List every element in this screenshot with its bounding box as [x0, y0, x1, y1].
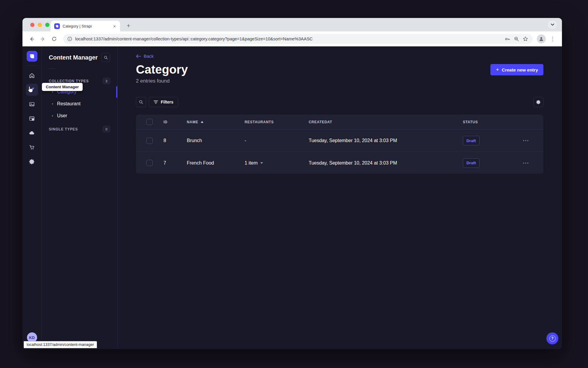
table-settings-button[interactable]	[533, 97, 543, 107]
bullet-icon: •	[52, 102, 53, 106]
browser-window: Category | Strapi × + localhost:1337/adm…	[22, 18, 562, 349]
subnav-item-restaurant[interactable]: • Restaurant	[49, 98, 110, 110]
tab-close-icon[interactable]: ×	[112, 23, 117, 29]
forward-button[interactable]	[38, 34, 48, 44]
active-item-indicator	[116, 86, 117, 98]
more-horizontal-icon	[523, 140, 528, 141]
select-all-checkbox[interactable]	[146, 119, 153, 125]
home-icon	[29, 72, 35, 79]
url-bar[interactable]: localhost:1337/admin/content-manager/col…	[63, 34, 533, 44]
new-tab-button[interactable]: +	[124, 22, 133, 29]
nav-deploy-button[interactable]	[26, 127, 38, 139]
collection-types-list: • Category • Restaurant • User	[49, 86, 110, 122]
images-icon	[29, 101, 35, 107]
cell-restaurants: -	[245, 138, 309, 143]
browser-tab[interactable]: Category | Strapi ×	[51, 21, 120, 31]
entries-table: ID NAME RESTAURANTS CREATEDAT STATUS 8 B…	[136, 115, 543, 174]
nav-settings-button[interactable]	[26, 156, 38, 168]
cloud-icon	[29, 130, 35, 136]
column-header-createdat: CREATEDAT	[309, 120, 463, 124]
column-header-id[interactable]: ID	[163, 120, 187, 124]
cell-createdat: Tuesday, September 10, 2024 at 3:03 PM	[309, 138, 463, 143]
page-title: Category	[136, 63, 188, 76]
strapi-logo[interactable]	[27, 51, 37, 62]
strapi-app: KD Content Manager COLLECTION TYPES 3 • …	[22, 46, 562, 349]
browser-profile-button[interactable]	[537, 34, 546, 43]
main-content: Back Category 2 entries found + Create n…	[118, 46, 562, 349]
search-icon	[139, 100, 143, 104]
more-horizontal-icon	[523, 162, 528, 164]
browser-toolbar: localhost:1337/admin/content-manager/col…	[22, 31, 562, 46]
table-row[interactable]: 8 Brunch - Tuesday, September 10, 2024 a…	[136, 130, 543, 152]
gear-icon	[29, 159, 35, 165]
status-badge: Draft	[463, 136, 480, 145]
subnav-search-button[interactable]	[101, 53, 110, 62]
nav-marketplace-button[interactable]	[26, 141, 38, 153]
strapi-favicon-icon	[54, 23, 60, 29]
cell-restaurants-dropdown[interactable]: 1 item	[245, 160, 309, 166]
content-manager-subnav: Content Manager COLLECTION TYPES 3 • Cat…	[42, 46, 118, 349]
zoom-window-button[interactable]	[45, 23, 49, 27]
cell-id: 8	[163, 138, 187, 143]
cell-createdat: Tuesday, September 10, 2024 at 3:03 PM	[309, 160, 463, 166]
single-types-label: SINGLE TYPES	[49, 127, 78, 131]
layout-icon	[29, 115, 35, 122]
reload-button[interactable]	[49, 34, 59, 44]
subnav-item-user[interactable]: • User	[49, 110, 110, 122]
column-header-name[interactable]: NAME	[187, 120, 245, 124]
subnav-divider	[49, 69, 56, 69]
nav-media-library-button[interactable]	[26, 98, 38, 110]
help-button[interactable]: ?	[546, 332, 558, 344]
rail-divider	[27, 66, 37, 66]
filters-button[interactable]: Filters	[149, 97, 178, 107]
column-header-restaurants: RESTAURANTS	[245, 120, 309, 124]
minimize-window-button[interactable]	[38, 23, 42, 27]
cell-name: French Food	[187, 160, 245, 166]
collection-types-label: COLLECTION TYPES	[49, 79, 89, 83]
window-controls	[30, 23, 49, 27]
subnav-title: Content Manager	[49, 54, 98, 61]
row-checkbox[interactable]	[146, 138, 153, 144]
sort-ascending-icon	[201, 121, 204, 123]
link-preview-status-bar: localhost:1337/admin/content-manager	[24, 341, 97, 348]
tab-title: Category | Strapi	[63, 24, 109, 28]
row-checkbox[interactable]	[146, 160, 153, 166]
search-icon	[104, 55, 108, 60]
tab-strip: Category | Strapi × +	[22, 18, 562, 31]
browser-menu-button[interactable]: ⋮	[548, 36, 558, 42]
row-actions-button[interactable]	[523, 162, 528, 164]
collection-types-count-badge: 3	[103, 78, 110, 84]
row-actions-button[interactable]	[523, 140, 528, 141]
nav-content-type-builder-button[interactable]	[26, 112, 38, 124]
password-key-icon[interactable]	[504, 36, 510, 42]
tab-search-button[interactable]	[548, 21, 557, 29]
close-window-button[interactable]	[30, 23, 34, 27]
cursor-pointer-icon	[27, 86, 34, 93]
bullet-icon: •	[52, 114, 53, 118]
plus-icon: +	[496, 67, 499, 72]
create-new-entry-button[interactable]: + Create new entry	[490, 64, 543, 75]
entries-count: 2 entries found	[136, 78, 188, 84]
nav-home-button[interactable]	[26, 69, 38, 81]
question-mark-icon: ?	[549, 335, 556, 342]
bookmark-star-icon[interactable]	[522, 36, 528, 42]
back-link[interactable]: Back	[136, 54, 543, 59]
gear-icon	[536, 100, 541, 105]
single-types-count-badge: 0	[103, 126, 110, 132]
page-info-icon[interactable]	[67, 37, 72, 41]
column-header-status: STATUS	[463, 120, 523, 124]
chevron-down-icon	[260, 162, 263, 164]
table-row[interactable]: 7 French Food 1 item Tuesday, September …	[136, 152, 543, 174]
table-header-row: ID NAME RESTAURANTS CREATEDAT STATUS	[136, 115, 543, 130]
person-icon	[539, 36, 544, 42]
back-button[interactable]	[27, 34, 36, 44]
zoom-icon[interactable]	[513, 36, 519, 42]
table-search-button[interactable]	[136, 97, 146, 107]
content-manager-tooltip: Content Manager	[42, 83, 83, 91]
arrow-left-icon	[136, 54, 141, 58]
subnav-item-label: User	[57, 113, 67, 118]
cell-id: 7	[163, 160, 187, 166]
shopping-cart-icon	[29, 144, 35, 150]
url-text[interactable]: localhost:1337/admin/content-manager/col…	[75, 37, 501, 41]
cell-name: Brunch	[187, 138, 245, 143]
